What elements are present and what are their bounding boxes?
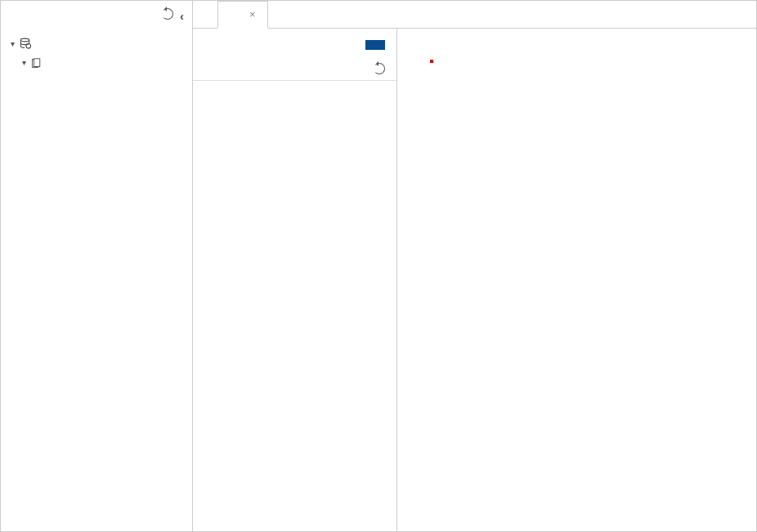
json-editor[interactable] [397,29,756,531]
chevron-down-icon[interactable]: ▾ [19,58,29,67]
sidebar: ‹ ▾ ▾ [1,1,193,531]
svg-point-0 [20,38,29,42]
database-node[interactable]: ▾ [1,34,192,53]
resource-tree: ▾ ▾ [1,30,192,531]
close-icon[interactable]: × [249,8,256,20]
sidebar-header: ‹ [1,1,192,30]
database-icon [19,37,31,50]
chevron-down-icon[interactable]: ▾ [7,39,17,48]
collection-icon [30,56,41,69]
load-more-link[interactable] [193,81,396,127]
tab-items[interactable]: × [217,1,268,29]
collection-node[interactable]: ▾ [1,53,192,72]
collapse-icon[interactable]: ‹ [180,9,184,23]
edit-filter-button[interactable] [365,40,385,50]
refresh-icon[interactable] [162,7,173,24]
main-area: × [193,1,756,531]
tab-bar: × [193,1,756,29]
refresh-icon[interactable] [369,63,385,77]
code-area[interactable] [427,29,756,531]
highlight-box [430,60,433,63]
items-grid-header [193,60,396,81]
items-pane [193,29,397,531]
svg-rect-3 [34,59,39,67]
line-gutter [397,29,427,531]
